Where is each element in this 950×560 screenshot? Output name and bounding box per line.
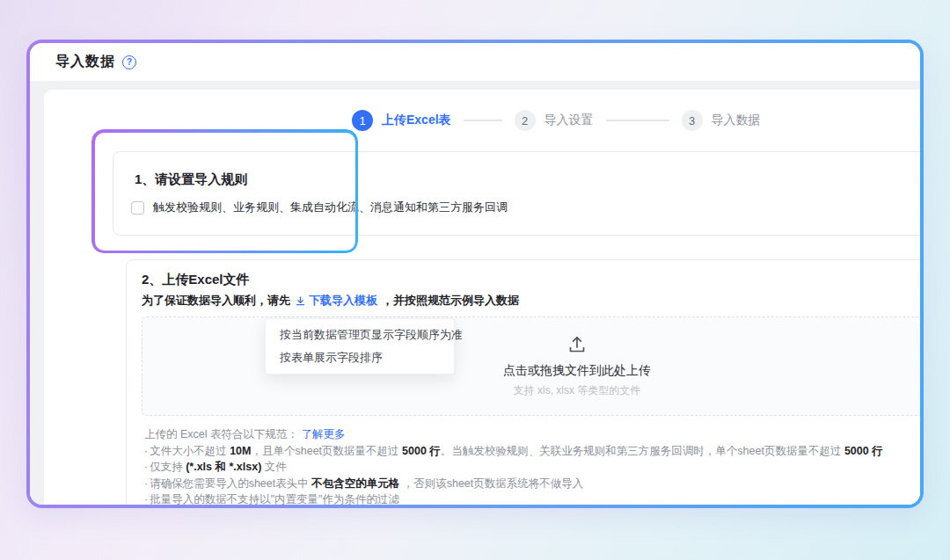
step-3-circle: 3 (682, 110, 703, 131)
highlight-ring (91, 129, 358, 253)
page-title: 导入数据 (55, 53, 115, 71)
upload-rules: 上传的 Excel 表符合以下规范： 了解更多 ·文件大小不超过 10M，且单个… (144, 426, 883, 505)
upload-intro-suffix: ，并按照规范示例导入数据 (382, 293, 519, 309)
upload-excel-heading: 2、上传Excel文件 (142, 272, 250, 288)
rule-item: ·批量导入的数据不支持以"内置变量"作为条件的过滤 (144, 491, 883, 505)
upload-sub-text: 支持 xls, xlsx 等类型的文件 (514, 383, 641, 398)
dialog-header: 导入数据 ? (30, 43, 920, 81)
step-2-circle: 2 (515, 110, 536, 131)
upload-excel-section: 2、上传Excel文件 为了保证数据导入顺利，请先 下载导入模板 ，并按照规范示… (126, 259, 920, 505)
field-order-dropdown: 按当前数据管理页显示字段顺序为准 按表单展示字段排序 (265, 318, 455, 375)
step-3-label: 导入数据 (712, 113, 761, 128)
step-2-label: 导入设置 (544, 113, 594, 128)
dialog-card: 导入数据 ? 1 上传Excel表 2 导入设置 3 导入数据 1、请设置 (30, 43, 920, 505)
import-stepper: 1 上传Excel表 2 导入设置 3 导入数据 (352, 110, 761, 131)
step-1-label: 上传Excel表 (382, 113, 451, 128)
upload-icon (566, 334, 588, 355)
rule-item: ·请确保您需要导入的sheet表头中 不包含空的单元格 ，否则该sheet页数据… (144, 476, 883, 492)
download-template-link[interactable]: 下载导入模板 (295, 293, 377, 309)
step-connector (464, 120, 502, 121)
learn-more-link[interactable]: 了解更多 (302, 428, 346, 440)
rules-intro-line: 上传的 Excel 表符合以下规范： 了解更多 (144, 426, 883, 443)
dropdown-option-form-order[interactable]: 按表单展示字段排序 (266, 346, 454, 369)
download-template-label: 下载导入模板 (309, 293, 377, 309)
upload-intro-line: 为了保证数据导入顺利，请先 下载导入模板 ，并按照规范示例导入数据 (142, 293, 519, 309)
step-connector (606, 120, 669, 121)
upload-main-text: 点击或拖拽文件到此处上传 (503, 363, 651, 379)
help-icon[interactable]: ? (122, 55, 136, 69)
rules-intro: 上传的 Excel 表符合以下规范： (144, 428, 298, 440)
upload-intro-prefix: 为了保证数据导入顺利，请先 (142, 293, 290, 309)
upload-dropzone[interactable]: 点击或拖拽文件到此处上传 支持 xls, xlsx 等类型的文件 (142, 316, 920, 416)
step-1-circle: 1 (352, 110, 373, 131)
rule-item: ·仅支持 (*.xls 和 *.xlsx) 文件 (144, 459, 883, 476)
import-data-dialog: 导入数据 ? 1 上传Excel表 2 导入设置 3 导入数据 1、请设置 (26, 40, 924, 508)
download-icon (295, 295, 306, 307)
page-background: { "colors": { "accent_blue": "#3370ff", … (0, 0, 950, 560)
dropdown-option-data-page-order[interactable]: 按当前数据管理页显示字段顺序为准 (266, 324, 454, 346)
rule-item: ·文件大小不超过 10M，且单个sheet页数据量不超过 5000 行。当触发校… (144, 443, 883, 460)
